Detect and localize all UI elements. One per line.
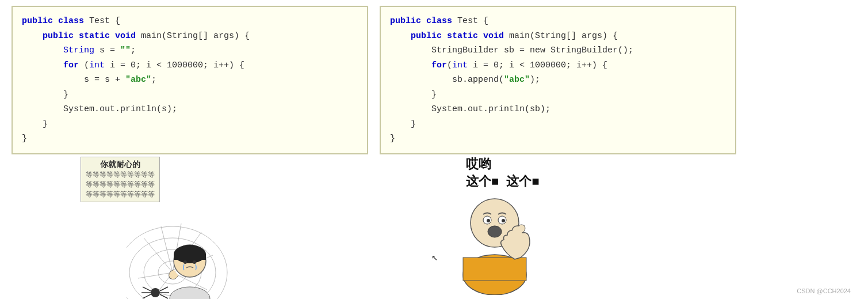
left-meme-figure: 等下去吧 [127,203,253,300]
right-meme-svg: ↖ [431,168,558,295]
left-code-box: public class Test { public static void m… [12,6,368,154]
svg-point-33 [488,226,502,237]
watermark: CSDN @CCH2024 [797,287,851,294]
svg-point-32 [502,219,505,222]
right-meme-area: 哎哟 这个■ 这个■ [380,157,736,295]
left-speech-body: 等等等等等等等等等等等等等等等等等等等等等等等等等等等等等等 [86,170,155,199]
right-panel: public class Test { public static void m… [380,6,736,295]
svg-rect-22 [174,254,206,260]
left-speech-bubble: 你就耐心的 等等等等等等等等等等等等等等等等等等等等等等等等等等等等等等 [81,157,160,202]
left-panel: public class Test { public static void m… [12,6,368,299]
svg-point-24 [193,260,196,264]
left-speech-title: 你就耐心的 [86,160,155,170]
svg-rect-27 [463,258,526,281]
right-code-box: public class Test { public static void m… [380,6,736,154]
left-meme-area: 你就耐心的 等等等等等等等等等等等等等等等等等等等等等等等等等等等等等等 [12,157,368,300]
svg-line-13 [143,287,151,291]
main-container: public class Test { public static void m… [0,0,868,299]
svg-line-15 [143,294,151,298]
left-meme-svg: 等下去吧 [127,203,253,300]
svg-point-31 [487,219,490,222]
svg-point-23 [183,260,187,264]
svg-text:↖: ↖ [431,252,438,263]
svg-point-19 [170,287,210,300]
svg-line-7 [138,272,173,278]
svg-point-12 [151,288,160,297]
